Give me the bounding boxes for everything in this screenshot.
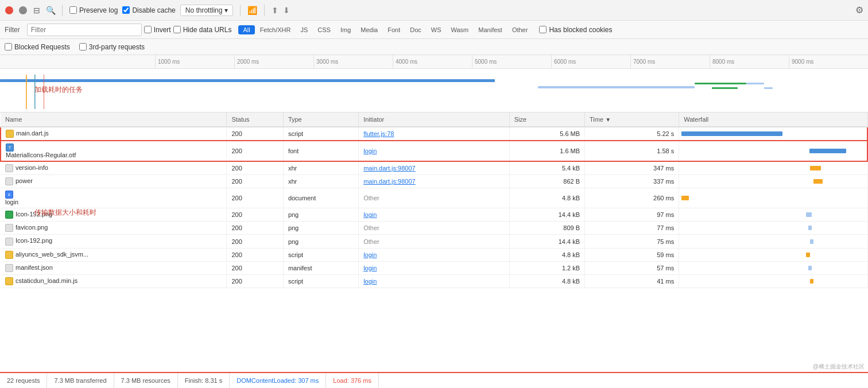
initiator-link-5[interactable]: login bbox=[363, 211, 377, 218]
waterfall-bar-9 bbox=[808, 266, 812, 270]
initiator-link-9[interactable]: login bbox=[363, 265, 377, 271]
third-party-label[interactable]: 3rd-party requests bbox=[79, 43, 145, 51]
cell-status-6: 200 bbox=[227, 222, 283, 235]
table-row[interactable]: version-info200xhrmain.dart.js:980075.4 … bbox=[1, 161, 867, 175]
cell-name-1: TMaterialIcons-Regular.otf bbox=[1, 141, 227, 161]
table-row[interactable]: Icon-192.png200pngOther14.4 kB75 ms bbox=[1, 235, 867, 248]
preserve-log-checkbox-label[interactable]: Preserve log bbox=[69, 6, 118, 14]
cell-initiator-2[interactable]: main.dart.js:98007 bbox=[359, 161, 510, 175]
th-type[interactable]: Type bbox=[283, 112, 358, 127]
has-blocked-checkbox-label[interactable]: Has blocked cookies bbox=[539, 26, 612, 34]
table-row[interactable]: TMaterialIcons-Regular.otf200fontlogin1.… bbox=[1, 141, 867, 161]
timeline-annotation: 加载耗时的任务 bbox=[34, 85, 83, 95]
cell-initiator-9[interactable]: login bbox=[359, 261, 510, 274]
filter-type-all[interactable]: All bbox=[238, 25, 254, 34]
table-row[interactable]: cstaticdun_load.min.js200scriptlogin4.8 … bbox=[1, 274, 867, 288]
waterfall-bar-7 bbox=[810, 239, 813, 244]
filter-type-css[interactable]: CSS bbox=[313, 25, 335, 34]
filter-type-other[interactable]: Other bbox=[507, 25, 533, 34]
cell-name-8: aliyuncs_web_sdk_jsvm... bbox=[1, 248, 227, 261]
filter-type-font[interactable]: Font bbox=[383, 25, 405, 34]
timeline-tick-5: 6000 ms bbox=[551, 55, 630, 68]
initiator-link-1[interactable]: login bbox=[363, 148, 377, 154]
th-initiator[interactable]: Initiator bbox=[359, 112, 510, 127]
initiator-link-2[interactable]: main.dart.js:98007 bbox=[363, 165, 416, 172]
th-time[interactable]: Time ▼ bbox=[585, 112, 679, 127]
blocked-requests-label[interactable]: Blocked Requests bbox=[5, 43, 70, 51]
table-row[interactable]: aliyuncs_web_sdk_jsvm...200scriptlogin4.… bbox=[1, 248, 867, 261]
preserve-log-checkbox[interactable] bbox=[69, 6, 77, 14]
clear-icon bbox=[19, 6, 27, 14]
th-size[interactable]: Size bbox=[509, 112, 584, 127]
invert-checkbox-label[interactable]: Invert bbox=[144, 26, 171, 34]
filter-type-manifest[interactable]: Manifest bbox=[474, 25, 507, 34]
filter-type-js[interactable]: JS bbox=[296, 25, 312, 34]
filter-type-ws[interactable]: WS bbox=[427, 25, 446, 34]
table-container: Name Status Type Initiator Size Time ▼ W… bbox=[0, 112, 868, 288]
initiator-link-10[interactable]: login bbox=[363, 278, 377, 285]
initiator-link-3[interactable]: main.dart.js:98007 bbox=[363, 178, 416, 185]
timeline-tick-1: 2000 ms bbox=[234, 55, 313, 68]
waterfall-bar-3 bbox=[813, 179, 823, 184]
cell-initiator-7: Other bbox=[359, 235, 510, 248]
no-throttling-button[interactable]: No throttling ▾ bbox=[180, 5, 234, 16]
filter-button[interactable]: ⊟ bbox=[32, 6, 41, 15]
cell-size-5: 14.4 kB bbox=[509, 208, 584, 222]
invert-checkbox[interactable] bbox=[144, 26, 152, 33]
cell-initiator-10[interactable]: login bbox=[359, 274, 510, 288]
cell-time-6: 77 ms bbox=[585, 222, 679, 235]
separator-3 bbox=[264, 5, 265, 16]
cell-time-4: 260 ms bbox=[585, 188, 679, 208]
cell-name-9: manifest.json bbox=[1, 261, 227, 274]
has-blocked-checkbox[interactable] bbox=[539, 26, 547, 33]
table-row[interactable]: ≡login200documentOther4.8 kB260 ms bbox=[1, 188, 867, 208]
table-row[interactable]: manifest.json200manifestlogin1.2 kB57 ms bbox=[1, 261, 867, 274]
filter-type-doc[interactable]: Doc bbox=[405, 25, 426, 34]
waterfall-bar-4 bbox=[681, 196, 689, 200]
cell-size-6: 809 B bbox=[509, 222, 584, 235]
third-party-text: 3rd-party requests bbox=[89, 43, 145, 51]
disable-cache-checkbox-label[interactable]: Disable cache bbox=[122, 6, 175, 14]
checkbox-row: Blocked Requests 3rd-party requests bbox=[0, 39, 868, 55]
upload-icon[interactable]: ⬆ bbox=[272, 6, 278, 15]
initiator-link-8[interactable]: login bbox=[363, 251, 377, 258]
filter-input[interactable] bbox=[31, 26, 138, 34]
clear-button[interactable] bbox=[18, 6, 28, 15]
cell-name-6: favicon.png bbox=[1, 222, 227, 235]
th-waterfall[interactable]: Waterfall bbox=[679, 112, 867, 127]
cell-initiator-5[interactable]: login bbox=[359, 208, 510, 222]
cell-status-0: 200 bbox=[227, 127, 283, 141]
separator-2 bbox=[240, 5, 241, 16]
filter-type-img[interactable]: Img bbox=[336, 25, 355, 34]
disable-cache-checkbox[interactable] bbox=[122, 6, 130, 14]
search-button[interactable]: 🔍 bbox=[46, 6, 55, 15]
hide-data-checkbox-label[interactable]: Hide data URLs bbox=[173, 26, 232, 34]
table-row[interactable]: Icon-192.png200pnglogin14.4 kB97 ms bbox=[1, 208, 867, 222]
blocked-requests-checkbox[interactable] bbox=[5, 43, 12, 51]
filter-type-wasm[interactable]: Wasm bbox=[447, 25, 474, 34]
cell-waterfall-8 bbox=[679, 248, 867, 261]
cell-type-9: manifest bbox=[283, 261, 358, 274]
th-name[interactable]: Name bbox=[1, 112, 227, 127]
filter-type-media[interactable]: Media bbox=[356, 25, 382, 34]
third-party-checkbox[interactable] bbox=[79, 43, 87, 51]
download-icon[interactable]: ⬇ bbox=[283, 6, 290, 15]
cell-type-4: document bbox=[283, 188, 358, 208]
cell-initiator-1[interactable]: login bbox=[359, 141, 510, 161]
has-blocked-label: Has blocked cookies bbox=[549, 26, 612, 34]
table-row[interactable]: main.dart.js200scriptflutter.js:785.6 MB… bbox=[1, 127, 867, 141]
hide-data-checkbox[interactable] bbox=[173, 26, 181, 33]
cell-initiator-8[interactable]: login bbox=[359, 248, 510, 261]
th-status[interactable]: Status bbox=[227, 112, 283, 127]
stop-recording-button[interactable] bbox=[5, 6, 14, 15]
table-row[interactable]: power200xhrmain.dart.js:98007862 B337 ms bbox=[1, 175, 867, 188]
cell-initiator-0[interactable]: flutter.js:78 bbox=[359, 127, 510, 141]
filter-type-fetch/xhr[interactable]: Fetch/XHR bbox=[255, 25, 296, 34]
cell-initiator-3[interactable]: main.dart.js:98007 bbox=[359, 175, 510, 188]
sort-arrow-icon: ▼ bbox=[605, 117, 611, 123]
hide-data-label: Hide data URLs bbox=[183, 26, 232, 34]
initiator-link-0[interactable]: flutter.js:78 bbox=[363, 130, 394, 137]
timeline-bar-dot-1 bbox=[746, 83, 764, 84]
table-row[interactable]: favicon.png200pngOther809 B77 ms bbox=[1, 222, 867, 235]
settings-icon[interactable]: ⚙ bbox=[855, 5, 863, 15]
